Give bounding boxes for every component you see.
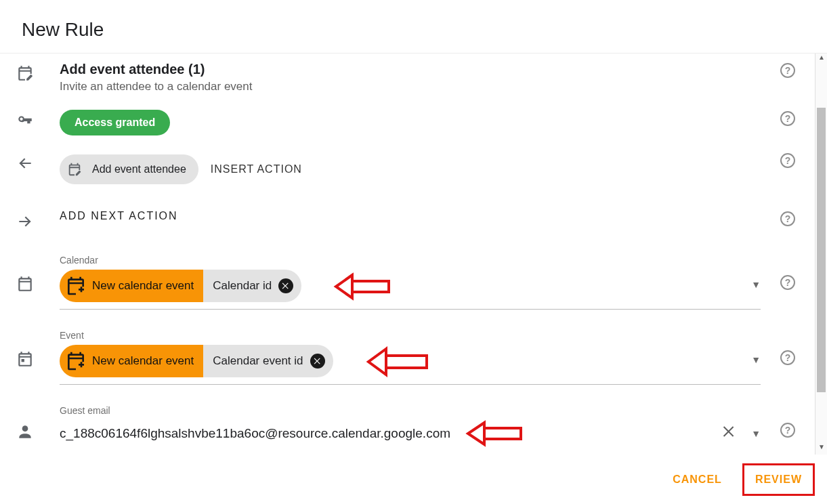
- help-icon[interactable]: ?: [780, 275, 795, 290]
- help-icon[interactable]: ?: [780, 350, 795, 365]
- help-icon[interactable]: ?: [780, 211, 795, 226]
- calendar-edit-icon: [62, 157, 87, 182]
- calendar-field-input[interactable]: New calendar event Calendar id ▼: [60, 270, 761, 310]
- guest-email-value: c_188c06164f6lghsalshvbe11ba6oc@resource…: [60, 426, 450, 441]
- scroll-up-icon[interactable]: ▲: [818, 54, 825, 61]
- rule-content: Add event attendee (1) Invite an attende…: [0, 54, 815, 455]
- summary-desc: Invite an attendee to a calendar event: [60, 80, 761, 93]
- help-icon[interactable]: ?: [780, 153, 795, 168]
- guest-email-label: Guest email: [60, 405, 761, 416]
- calendar-plus-icon: [65, 275, 87, 297]
- review-button[interactable]: REVIEW: [744, 465, 813, 494]
- chip-remove-icon[interactable]: [278, 278, 293, 293]
- help-icon[interactable]: ?: [780, 63, 795, 78]
- event-chip-prop-label: Calendar event id: [213, 354, 303, 368]
- svg-point-3: [22, 425, 28, 432]
- calendar-edit-icon: [16, 64, 34, 85]
- clear-icon[interactable]: [721, 423, 738, 444]
- summary-title: Add event attendee (1): [60, 62, 761, 77]
- add-next-action-caption: ADD NEXT ACTION: [60, 210, 178, 222]
- dropdown-caret-icon[interactable]: ▼: [751, 279, 761, 290]
- svg-rect-4: [484, 428, 521, 439]
- event-chip-source[interactable]: New calendar event: [60, 345, 203, 377]
- annotation-arrow-icon: [465, 420, 526, 447]
- calendar-chip-source[interactable]: New calendar event: [60, 270, 203, 302]
- event-chip-prop[interactable]: Calendar event id: [203, 345, 333, 377]
- insert-action-chip-label: Add event attendee: [92, 163, 186, 175]
- cancel-button[interactable]: CANCEL: [662, 465, 733, 494]
- help-icon[interactable]: ?: [780, 423, 795, 438]
- scrollbar-thumb[interactable]: [817, 108, 826, 392]
- arrow-left-icon: [16, 154, 34, 175]
- page-title: New Rule: [22, 19, 805, 41]
- calendar-chip-prop-label: Calendar id: [213, 279, 272, 293]
- calendar-chip-prop[interactable]: Calendar id: [203, 270, 301, 302]
- calendar-field-row: Calendar New calendar event: [0, 247, 815, 318]
- person-icon: [16, 423, 34, 443]
- event-field-label: Event: [60, 330, 761, 341]
- guest-email-row: Guest email c_188c06164f6lghsalshvbe11ba…: [0, 393, 815, 447]
- calendar-icon: [16, 275, 34, 295]
- svg-rect-1: [22, 359, 24, 362]
- event-field-input[interactable]: New calendar event Calendar event id ▼: [60, 345, 761, 385]
- add-next-action-row: ADD NEXT ACTION ?: [0, 192, 815, 247]
- scroll-down-icon[interactable]: ▼: [818, 443, 825, 450]
- summary-row: Add event attendee (1) Invite an attende…: [0, 54, 815, 102]
- arrow-right-icon: [16, 213, 34, 233]
- scrollbar[interactable]: ▲ ▼: [815, 54, 827, 455]
- dropdown-caret-icon[interactable]: ▼: [751, 354, 761, 365]
- event-field-row: Event New calendar event C: [0, 318, 815, 393]
- calendar-day-icon: [16, 350, 34, 371]
- access-granted-chip[interactable]: Access granted: [60, 110, 170, 135]
- guest-email-input[interactable]: c_188c06164f6lghsalshvbe11ba6oc@resource…: [60, 420, 761, 447]
- calendar-plus-icon: [65, 350, 87, 372]
- help-icon[interactable]: ?: [780, 111, 795, 126]
- access-row: Access granted ?: [0, 102, 815, 144]
- key-icon: [16, 112, 34, 133]
- insert-action-chip[interactable]: Add event attendee: [60, 154, 198, 184]
- review-highlight: REVIEW: [742, 463, 815, 496]
- dropdown-caret-icon[interactable]: ▼: [751, 428, 761, 439]
- insert-action-caption: INSERT ACTION: [211, 163, 302, 175]
- calendar-field-label: Calendar: [60, 255, 761, 266]
- title-bar: New Rule: [0, 0, 827, 54]
- event-chip-source-label: New calendar event: [92, 354, 194, 368]
- calendar-chip-source-label: New calendar event: [92, 279, 194, 293]
- footer: CANCEL REVIEW: [0, 455, 827, 504]
- chip-remove-icon[interactable]: [310, 354, 325, 369]
- insert-action-row: Add event attendee INSERT ACTION ?: [0, 144, 815, 192]
